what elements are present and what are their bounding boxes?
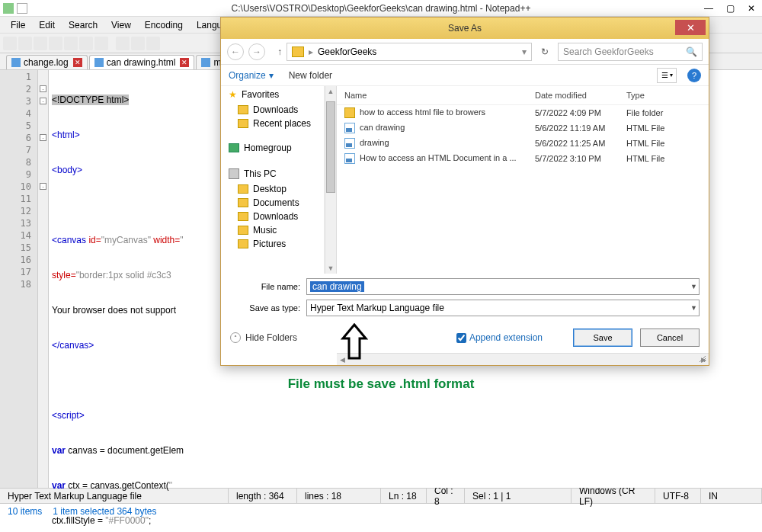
- homegroup-icon: [229, 143, 239, 152]
- file-icon: [11, 58, 21, 67]
- col-name[interactable]: Name: [337, 86, 527, 105]
- save-button[interactable]: Save: [573, 328, 632, 347]
- tab-label: change.log: [24, 57, 69, 68]
- sidebar-downloads[interactable]: Downloads: [221, 103, 324, 117]
- sidebar-downloads2[interactable]: Downloads: [221, 210, 324, 223]
- menu-edit[interactable]: Edit: [33, 18, 61, 32]
- minimize-button[interactable]: —: [698, 1, 719, 16]
- navigation-pane: ★Favorites Downloads Recent places Homeg…: [221, 86, 325, 274]
- file-row[interactable]: drawing5/6/2022 11:25 AMHTML File: [337, 136, 709, 151]
- new-file-icon[interactable]: [3, 37, 17, 50]
- sidebar-recent[interactable]: Recent places: [221, 117, 324, 130]
- print-icon[interactable]: [94, 37, 108, 50]
- search-input[interactable]: Search GeekforGeeks 🔍: [558, 43, 703, 61]
- status-items: 10 items: [8, 506, 42, 517]
- chevron-up-icon: ˄: [230, 332, 241, 343]
- scroll-up-icon[interactable]: ▲: [325, 86, 336, 97]
- dialog-footer: ˄ Hide Folders Append extension Save Can…: [221, 325, 709, 348]
- window-title: C:\Users\VOSTRO\Desktop\GeekforGeeks\can…: [232, 3, 531, 14]
- folder-icon: [292, 46, 304, 57]
- file-icon: [201, 58, 210, 67]
- dialog-title: Save As: [448, 23, 482, 34]
- maximize-button[interactable]: ▢: [719, 1, 741, 16]
- scroll-down-icon[interactable]: ▼: [325, 263, 336, 274]
- dialog-icon: [227, 22, 239, 34]
- dialog-form: File name: can drawing ▼ Save as type: H…: [221, 274, 709, 325]
- save-icon[interactable]: [34, 37, 47, 50]
- menu-view[interactable]: View: [105, 18, 137, 32]
- sidebar-thispc[interactable]: This PC: [221, 165, 324, 182]
- path-dropdown-icon[interactable]: ▾: [522, 46, 527, 57]
- cut-icon[interactable]: [116, 37, 130, 50]
- view-options-button[interactable]: ☰▾: [657, 68, 677, 83]
- sidebar-homegroup[interactable]: Homegroup: [221, 139, 324, 156]
- chevron-down-icon: ▾: [269, 70, 274, 81]
- annotation-caption: File must be save .html format: [0, 377, 762, 392]
- menu-file[interactable]: File: [5, 18, 31, 32]
- tab-can-drawing[interactable]: can drawing.html ✕: [89, 55, 195, 69]
- sidebar-scrollbar[interactable]: ▲ ▼: [325, 86, 337, 274]
- save-as-dialog: Save As ✕ ← → ↑ ▸ GeekforGeeks ▾ ↻ Searc…: [220, 17, 709, 366]
- folder-icon: [238, 105, 248, 114]
- close-icon[interactable]: [64, 37, 78, 50]
- tab-label: can drawing.html: [107, 57, 176, 68]
- tab-close-icon[interactable]: ✕: [180, 58, 189, 67]
- close-all-icon[interactable]: [79, 37, 93, 50]
- menu-encoding[interactable]: Encoding: [139, 18, 189, 32]
- append-extension-input[interactable]: [456, 333, 466, 343]
- chevron-down-icon[interactable]: ▼: [690, 283, 697, 290]
- back-button[interactable]: ←: [227, 43, 244, 60]
- filename-input[interactable]: can drawing ▼: [306, 278, 700, 295]
- help-button[interactable]: ?: [687, 69, 701, 82]
- copy-icon[interactable]: [131, 37, 145, 50]
- open-file-icon[interactable]: [18, 37, 32, 50]
- sidebar-pictures[interactable]: Pictures: [221, 237, 324, 251]
- dialog-close-button[interactable]: ✕: [675, 20, 706, 35]
- html-file-icon: [344, 123, 355, 133]
- close-button[interactable]: ✕: [741, 1, 762, 16]
- fold-box-icon[interactable]: -: [40, 98, 46, 104]
- menu-search[interactable]: Search: [62, 18, 104, 32]
- file-list: Name Date modified Type how to access ht…: [337, 86, 709, 274]
- file-icon: [94, 58, 104, 67]
- tab-close-icon[interactable]: ✕: [73, 58, 82, 67]
- refresh-button[interactable]: ↻: [536, 43, 553, 60]
- line-number-gutter: 123456789 101112131415161718: [0, 70, 38, 488]
- saveastype-select[interactable]: Hyper Text Markup Language file ▼: [306, 300, 700, 316]
- up-button[interactable]: ↑: [277, 46, 282, 57]
- append-extension-checkbox[interactable]: Append extension: [456, 332, 543, 343]
- sidebar-favorites[interactable]: ★Favorites: [221, 86, 324, 103]
- saveastype-value: Hyper Text Markup Language file: [310, 303, 444, 313]
- new-folder-button[interactable]: New folder: [289, 70, 332, 81]
- breadcrumb[interactable]: GeekforGeeks: [318, 46, 376, 57]
- col-type[interactable]: Type: [619, 86, 709, 105]
- resize-grip-icon[interactable]: [698, 354, 707, 364]
- sidebar-music[interactable]: Music: [221, 223, 324, 237]
- folder-icon: [238, 119, 248, 128]
- file-row[interactable]: how to access html file to browers5/7/20…: [337, 105, 709, 121]
- fold-box-icon[interactable]: -: [40, 183, 46, 190]
- sidebar-documents[interactable]: Documents: [221, 196, 324, 210]
- organize-button[interactable]: Organize ▾: [229, 70, 274, 81]
- forward-button[interactable]: →: [248, 43, 265, 60]
- scroll-thumb[interactable]: [326, 101, 335, 193]
- chevron-down-icon[interactable]: ▼: [690, 304, 697, 312]
- fold-box-icon[interactable]: -: [40, 85, 46, 92]
- dialog-titlebar: Save As ✕: [221, 18, 709, 39]
- address-bar[interactable]: ▸ GeekforGeeks ▾: [287, 43, 532, 61]
- save-all-icon[interactable]: [49, 37, 62, 50]
- file-row[interactable]: How to access an HTML Document in a ...5…: [337, 151, 709, 166]
- search-icon: 🔍: [686, 46, 697, 57]
- folder-icon: [238, 184, 248, 194]
- file-row[interactable]: can drawing5/6/2022 11:19 AMHTML File: [337, 120, 709, 136]
- paste-icon[interactable]: [146, 37, 160, 50]
- fold-box-icon[interactable]: -: [40, 134, 46, 141]
- window-titlebar: C:\Users\VOSTRO\Desktop\GeekforGeeks\can…: [0, 0, 762, 17]
- col-date[interactable]: Date modified: [527, 86, 619, 105]
- hide-folders-button[interactable]: ˄ Hide Folders: [230, 332, 297, 343]
- cancel-button[interactable]: Cancel: [640, 328, 700, 347]
- tab-changelog[interactable]: change.log ✕: [6, 55, 88, 69]
- filename-value: can drawing: [310, 281, 364, 292]
- breadcrumb-separator-icon: ▸: [309, 46, 313, 57]
- sidebar-desktop[interactable]: Desktop: [221, 182, 324, 196]
